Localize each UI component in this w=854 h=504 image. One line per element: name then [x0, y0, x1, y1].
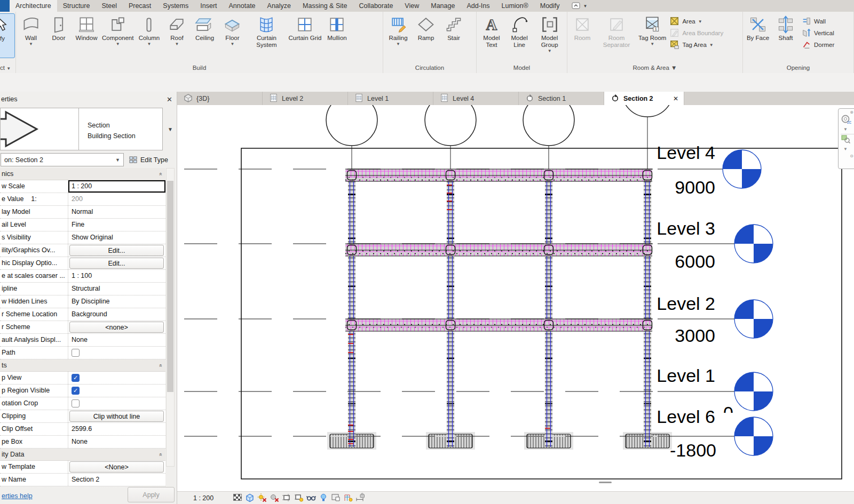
- level-4-elevation[interactable]: 9000: [675, 177, 715, 197]
- property-group-ts[interactable]: ts»: [0, 359, 165, 372]
- level-6-elevation[interactable]: -1800: [670, 440, 716, 460]
- curtain-system-button[interactable]: Curtain System: [246, 13, 287, 49]
- edit-button[interactable]: Edit...: [69, 258, 164, 269]
- reveal-constraints-icon[interactable]: [355, 493, 366, 503]
- level-2-label[interactable]: Level 2: [657, 293, 715, 314]
- curtain-grid-button[interactable]: Curtain Grid: [287, 13, 323, 42]
- dormer-button[interactable]: Dormer: [800, 39, 836, 51]
- model-group-button[interactable]: Model Group▼: [533, 13, 566, 53]
- properties-help-link[interactable]: erties help: [2, 492, 33, 500]
- level-head-quadrant[interactable]: [723, 150, 742, 169]
- property-value[interactable]: 200: [68, 193, 165, 205]
- property-value[interactable]: [68, 397, 165, 410]
- dropdown-caret-icon[interactable]: ▼: [548, 49, 552, 53]
- ceiling-button[interactable]: Ceiling: [191, 13, 218, 42]
- shaft-button[interactable]: Shaft: [772, 13, 800, 42]
- checkbox-checked[interactable]: ✓: [72, 387, 80, 395]
- view-scale-control[interactable]: 1 : 200: [193, 494, 228, 502]
- zoom-tool-icon[interactable]: [841, 134, 854, 144]
- dropdown-caret-icon[interactable]: ▼: [698, 19, 702, 24]
- stair-button[interactable]: Stair: [440, 13, 468, 42]
- navbar-minimize-icon[interactable]: ⊖: [841, 154, 854, 158]
- level-2-elevation[interactable]: 3000: [675, 325, 715, 346]
- ribbon-tab-massing-site[interactable]: Massing & Site: [297, 0, 353, 12]
- steering-wheel-2d-icon[interactable]: 2D: [841, 115, 854, 124]
- ribbon-minimize-button[interactable]: ▼: [566, 0, 593, 12]
- ribbon-tab-add-ins[interactable]: Add-Ins: [461, 0, 495, 12]
- level-head-quadrant[interactable]: [734, 417, 754, 436]
- ribbon-tab-precast[interactable]: Precast: [123, 0, 157, 12]
- level-3-elevation[interactable]: 6000: [675, 251, 715, 271]
- ribbon-tab-annotate[interactable]: Annotate: [223, 0, 262, 12]
- room-area-panel-label[interactable]: Room & Area ▼: [567, 63, 742, 73]
- level-6-label[interactable]: Level 6: [657, 406, 715, 427]
- select-panel-label[interactable]: ct ▼: [0, 63, 11, 73]
- view-tab-close-icon[interactable]: ✕: [673, 95, 678, 102]
- level-head-quadrant[interactable]: [754, 436, 773, 455]
- view-tab-level-1[interactable]: Level 1: [348, 92, 433, 105]
- view-tab-level-4[interactable]: Level 4: [433, 92, 519, 105]
- railing-button[interactable]: Railing▼: [384, 13, 412, 46]
- property-value[interactable]: Structural: [68, 283, 165, 295]
- crop-view-icon[interactable]: [282, 493, 292, 503]
- opening-panel-label[interactable]: Opening: [743, 63, 853, 73]
- sun-path-icon[interactable]: [257, 493, 267, 503]
- scrollbar-thumb[interactable]: [167, 181, 173, 392]
- door-button[interactable]: Door: [45, 13, 73, 42]
- level-4-label[interactable]: Level 4: [657, 142, 715, 163]
- type-selector[interactable]: Section Building Section ▼: [0, 108, 163, 150]
- wall-button[interactable]: Wall: [800, 15, 836, 27]
- visual-style-icon[interactable]: [245, 493, 255, 503]
- tag-room-button[interactable]: 1Tag Room▼: [637, 13, 668, 46]
- ribbon-tab-structure[interactable]: Structure: [57, 0, 96, 12]
- property-value[interactable]: <none>: [68, 321, 165, 333]
- column-button[interactable]: Column▼: [135, 13, 163, 46]
- dropdown-caret-icon[interactable]: ▼: [116, 42, 120, 46]
- property-value[interactable]: 1 : 200: [68, 180, 165, 193]
- model-text-button[interactable]: AModel Text: [478, 13, 505, 49]
- property-value[interactable]: [68, 347, 165, 359]
- ramp-button[interactable]: Ramp: [412, 13, 440, 42]
- floor-button[interactable]: Floor▼: [218, 13, 246, 46]
- column-stirrups[interactable]: [644, 170, 651, 447]
- ribbon-tab-manage[interactable]: Manage: [425, 0, 461, 12]
- column-stirrups[interactable]: [348, 170, 355, 447]
- area-button[interactable]: Area▼: [668, 15, 725, 27]
- level-3-label[interactable]: Level 3: [657, 218, 715, 238]
- zoom-menu-caret-icon[interactable]: ▼: [843, 147, 848, 151]
- dropdown-caret-icon[interactable]: ▼: [29, 42, 33, 46]
- show-crop-region-icon[interactable]: [294, 493, 304, 503]
- dropdown-caret-icon[interactable]: ▼: [709, 43, 714, 47]
- property-value[interactable]: Show Original: [68, 231, 165, 244]
- level-head-quadrant[interactable]: [734, 225, 754, 244]
- property-value[interactable]: ✓: [68, 372, 165, 384]
- mullion-button[interactable]: Mullion: [323, 13, 351, 42]
- checkbox-unchecked[interactable]: [72, 349, 80, 357]
- drawing-area[interactable]: Level 4 9000 Level 3 6000 Level 2 3000 L…: [177, 105, 854, 491]
- checkbox-unchecked[interactable]: [72, 399, 80, 407]
- edit-button[interactable]: Edit...: [69, 245, 164, 256]
- property-value[interactable]: Clip without line: [68, 410, 165, 422]
- level-head-quadrant[interactable]: [754, 391, 773, 411]
- property-group-ity-data[interactable]: ity Data»: [0, 449, 165, 461]
- level-head-quadrant[interactable]: [754, 244, 773, 263]
- view-tab-3d[interactable]: {3D}: [177, 92, 263, 105]
- ribbon-tab-architecture[interactable]: Architecture: [10, 0, 57, 12]
- property-value[interactable]: None: [68, 334, 165, 346]
- ribbon-tab-collaborate[interactable]: Collaborate: [353, 0, 399, 12]
- reveal-hidden-elements-icon[interactable]: [319, 493, 329, 503]
- section-view-drawing[interactable]: Level 4 9000 Level 3 6000 Level 2 3000 L…: [177, 105, 854, 491]
- model-panel-label[interactable]: Model: [477, 63, 567, 73]
- none-button[interactable]: <none>: [69, 322, 164, 333]
- column-stirrups[interactable]: [545, 170, 552, 447]
- property-value[interactable]: Normal: [68, 206, 165, 218]
- dropdown-caret-icon[interactable]: ▼: [147, 42, 152, 46]
- circulation-panel-label[interactable]: Circulation: [383, 63, 476, 73]
- dropdown-caret-icon[interactable]: ▼: [396, 42, 400, 46]
- property-value[interactable]: By Discipline: [68, 295, 165, 308]
- apply-button[interactable]: Apply: [128, 487, 175, 502]
- column-stirrups[interactable]: [447, 170, 454, 447]
- property-value[interactable]: Edit...: [68, 244, 165, 257]
- roof-button[interactable]: Roof▼: [163, 13, 191, 46]
- clip-without-line-button[interactable]: Clip without line: [69, 411, 164, 422]
